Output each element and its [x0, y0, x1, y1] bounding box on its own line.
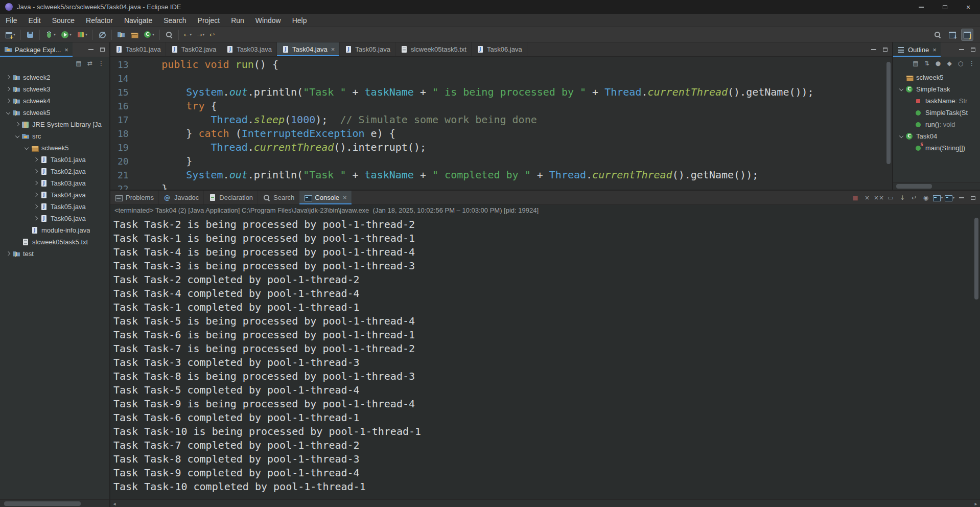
new-class-button[interactable]: ▾: [142, 29, 156, 41]
file-task03-java[interactable]: Task03.java: [0, 177, 109, 189]
console-hscrollbar[interactable]: ◂ ▸: [110, 499, 980, 507]
collapsed-chevron-icon[interactable]: [13, 123, 21, 126]
package-explorer-hscrollbar[interactable]: [0, 499, 109, 507]
project-sclweek3[interactable]: sclweek3: [0, 83, 109, 95]
method-run[interactable]: run() : void: [893, 119, 980, 130]
scrollbar-thumb[interactable]: [4, 501, 81, 506]
file-task01-java[interactable]: Task01.java: [0, 154, 109, 166]
scrollbar-thumb[interactable]: [886, 62, 891, 164]
remove-all-launches-button[interactable]: ××: [874, 193, 884, 203]
collapsed-chevron-icon[interactable]: [32, 181, 40, 185]
terminate-button[interactable]: ■: [850, 193, 860, 203]
outline-tab[interactable]: Outline ×: [893, 42, 941, 57]
project-sclweek5[interactable]: sclweek5: [0, 107, 109, 119]
close-icon[interactable]: ×: [331, 45, 335, 53]
console-tab-console[interactable]: Console×: [299, 191, 352, 204]
collapsed-chevron-icon[interactable]: [32, 193, 40, 196]
file-task02-java[interactable]: Task02.java: [0, 166, 109, 177]
quick-search-button[interactable]: [931, 29, 944, 41]
minimize-window-button[interactable]: [909, 0, 933, 14]
project-test[interactable]: test: [0, 248, 109, 260]
expanded-chevron-icon[interactable]: [22, 146, 31, 149]
last-edit-location-button[interactable]: ↩: [207, 29, 217, 41]
menu-run[interactable]: Run: [225, 14, 250, 27]
debug-button[interactable]: ▾: [43, 29, 58, 41]
source-folder-src[interactable]: src: [0, 130, 109, 142]
code-editor[interactable]: 13141516171819202122 public void run() {…: [110, 57, 892, 190]
editor-gutter[interactable]: 13141516171819202122: [110, 58, 137, 190]
forward-history-button[interactable]: →▾: [195, 29, 206, 41]
editor-tab-task02-java[interactable]: Task02.java: [166, 42, 222, 56]
package-sclweek5[interactable]: sclweek5: [0, 142, 109, 154]
expanded-chevron-icon[interactable]: [897, 87, 905, 90]
minimize-view-button[interactable]: [86, 45, 96, 54]
field-taskname[interactable]: taskName : Str: [893, 95, 980, 107]
console-tab-search[interactable]: Search: [258, 191, 299, 204]
expanded-chevron-icon[interactable]: [13, 134, 21, 137]
skip-all-breakpoints-button[interactable]: [96, 29, 108, 41]
menu-navigate[interactable]: Navigate: [119, 14, 158, 27]
editor-tab-task04-java[interactable]: Task04.java×: [277, 42, 340, 56]
sort-button[interactable]: ⇅: [922, 59, 931, 68]
close-icon[interactable]: ×: [932, 46, 937, 54]
file-slcweek05task5-txt[interactable]: slcweek05task5.txt: [0, 236, 109, 248]
collapsed-chevron-icon[interactable]: [32, 217, 40, 220]
file-module-info-java[interactable]: module-info.java: [0, 224, 109, 236]
library-jre-system-library-ja[interactable]: JRE System Library [Ja: [0, 119, 109, 130]
collapsed-chevron-icon[interactable]: [4, 99, 12, 102]
collapse-all-button[interactable]: ▤: [911, 59, 920, 68]
scroll-lock-button[interactable]: ↓: [897, 193, 907, 203]
package-declaration-sclweek5[interactable]: sclweek5: [893, 72, 980, 83]
collapsed-chevron-icon[interactable]: [32, 205, 40, 208]
collapsed-chevron-icon[interactable]: [32, 170, 40, 173]
menu-file[interactable]: File: [0, 14, 23, 27]
new-package-button[interactable]: [128, 29, 141, 41]
view-menu-button[interactable]: ⋮: [97, 59, 106, 68]
close-window-button[interactable]: ×: [956, 0, 980, 14]
maximize-window-button[interactable]: [933, 0, 956, 14]
editor-tab-slcweek05task5-txt[interactable]: slcweek05task5.txt: [395, 42, 472, 56]
editor-tab-task03-java[interactable]: Task03.java: [221, 42, 277, 56]
file-task06-java[interactable]: Task06.java: [0, 213, 109, 224]
collapsed-chevron-icon[interactable]: [4, 87, 12, 90]
minimize-console-button[interactable]: [956, 193, 967, 202]
class-simpletask[interactable]: SimpleTask: [893, 83, 980, 95]
expanded-chevron-icon[interactable]: [4, 111, 12, 114]
minimize-view-button[interactable]: [956, 45, 967, 54]
view-menu-button[interactable]: ⋮: [967, 59, 976, 68]
console-tab-problems[interactable]: Problems: [110, 191, 159, 204]
word-wrap-button[interactable]: ↵: [909, 193, 919, 203]
class-task04[interactable]: Task04: [893, 130, 980, 142]
close-icon[interactable]: ×: [64, 46, 68, 54]
close-icon[interactable]: ×: [343, 194, 347, 201]
console-tab-declaration[interactable]: Declaration: [204, 191, 258, 204]
search-button[interactable]: [163, 29, 175, 41]
project-sclweek4[interactable]: sclweek4: [0, 95, 109, 107]
editor-vscrollbar[interactable]: [885, 58, 892, 190]
editor-tab-task05-java[interactable]: Task05.java: [340, 42, 395, 56]
collapsed-chevron-icon[interactable]: [4, 76, 12, 79]
menu-refactor[interactable]: Refactor: [80, 14, 119, 27]
menu-window[interactable]: Window: [250, 14, 287, 27]
code-area[interactable]: public void run() { System.out.println("…: [137, 58, 885, 190]
method-main-string[interactable]: main(String[]): [893, 142, 980, 154]
new-wizard-button[interactable]: ▾: [3, 29, 17, 41]
scrollbar-thumb[interactable]: [896, 184, 932, 189]
console-tab-javadoc[interactable]: Javadoc: [159, 191, 204, 204]
menu-help[interactable]: Help: [287, 14, 313, 27]
constructor-simpletask-st[interactable]: SimpleTask(St: [893, 107, 980, 119]
remove-launch-button[interactable]: ×: [862, 193, 872, 203]
menu-edit[interactable]: Edit: [23, 14, 46, 27]
clear-console-button[interactable]: ▭: [885, 193, 896, 203]
minimize-editor-button[interactable]: [869, 45, 879, 54]
link-with-editor-button[interactable]: ⇄: [85, 59, 95, 68]
pin-console-button[interactable]: ◉: [921, 193, 931, 203]
menu-source[interactable]: Source: [46, 14, 80, 27]
scroll-right-icon[interactable]: ▸: [972, 501, 980, 506]
file-task05-java[interactable]: Task05.java: [0, 201, 109, 213]
menu-search[interactable]: Search: [158, 14, 192, 27]
save-button[interactable]: [24, 29, 36, 41]
coverage-button[interactable]: ▾: [75, 29, 89, 41]
editor-tab-task06-java[interactable]: Task06.java: [472, 42, 527, 56]
collapsed-chevron-icon[interactable]: [32, 158, 40, 161]
